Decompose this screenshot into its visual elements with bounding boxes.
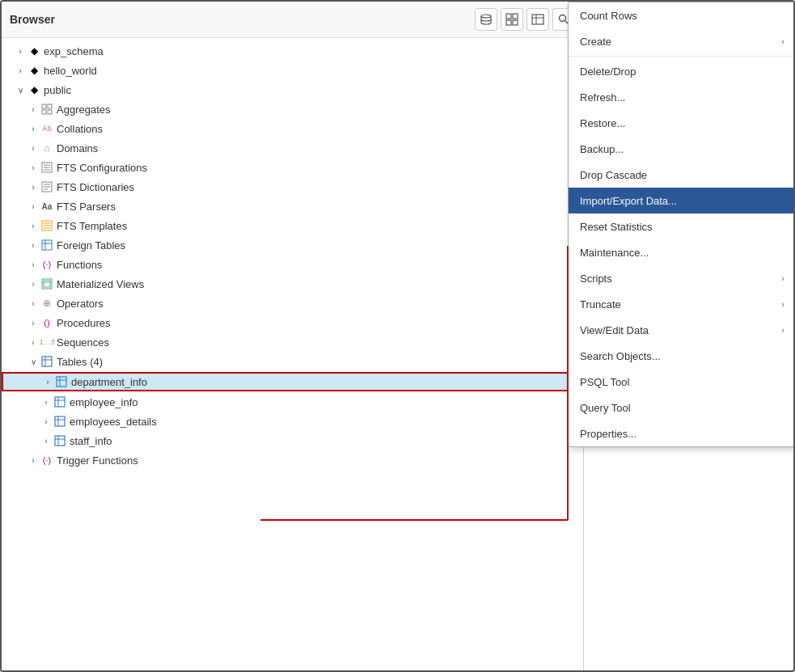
ctx-view-edit-data[interactable]: View/Edit Data › bbox=[569, 317, 795, 343]
svg-rect-41 bbox=[55, 416, 65, 426]
ctx-refresh[interactable]: Refresh... bbox=[569, 84, 795, 110]
chevron-hello-world: › bbox=[15, 65, 26, 76]
ctx-properties-label: Properties... bbox=[580, 428, 636, 440]
svg-rect-26 bbox=[42, 240, 52, 250]
ctx-query-tool[interactable]: Query Tool bbox=[569, 395, 795, 421]
svg-rect-44 bbox=[55, 436, 65, 446]
chevron-fts-parsers: › bbox=[27, 201, 39, 212]
label-functions: Functions bbox=[57, 259, 102, 271]
chevron-fts-configs: › bbox=[27, 162, 39, 173]
tree-container: › ◆ exp_schema › ◆ hello_world ∨ ◆ publi… bbox=[2, 38, 583, 672]
ctx-create[interactable]: Create › bbox=[569, 28, 795, 54]
browser-header: Browser bbox=[2, 2, 583, 38]
ctx-refresh-label: Refresh... bbox=[580, 91, 625, 104]
label-collations: Collations bbox=[57, 123, 103, 135]
label-procedures: Procedures bbox=[57, 317, 110, 329]
ctx-delete-drop-label: Delete/Drop bbox=[580, 66, 636, 78]
label-employees-details: employees_details bbox=[70, 416, 157, 428]
fts-parser-icon: Aa bbox=[40, 200, 53, 213]
ctx-create-arrow: › bbox=[781, 36, 784, 46]
ctx-scripts-label: Scripts bbox=[580, 273, 612, 285]
tree-item-functions[interactable]: › (·) Functions bbox=[2, 255, 583, 274]
ctx-reset-statistics[interactable]: Reset Statistics bbox=[569, 213, 795, 239]
chevron-mat-views: › bbox=[27, 278, 39, 290]
ctx-create-label: Create bbox=[580, 36, 611, 48]
ctx-drop-cascade-label: Drop Cascade bbox=[580, 169, 647, 181]
ctx-count-rows-label: Count Rows bbox=[580, 10, 637, 22]
tree-item-department-info[interactable]: › department_info bbox=[2, 372, 583, 391]
ctx-separator-1 bbox=[569, 56, 795, 57]
tree-item-employees-details[interactable]: › employees_details bbox=[2, 412, 583, 431]
tree-item-aggregates[interactable]: › Aggregates bbox=[2, 99, 583, 119]
tree-item-hello-world[interactable]: › ◆ hello_world bbox=[2, 61, 583, 80]
svg-rect-2 bbox=[513, 14, 518, 19]
browser-title: Browser bbox=[10, 13, 55, 26]
tree-item-public[interactable]: ∨ ◆ public bbox=[2, 80, 583, 99]
table-toolbar-btn[interactable] bbox=[526, 8, 549, 31]
database-toolbar-btn[interactable] bbox=[475, 8, 497, 31]
tree-item-sequences[interactable]: › 1…3 Sequences bbox=[2, 332, 583, 352]
table-icon-employee bbox=[53, 395, 66, 408]
tree-item-exp-schema[interactable]: › ◆ exp_schema bbox=[2, 41, 583, 61]
ctx-reset-statistics-label: Reset Statistics bbox=[580, 221, 653, 233]
ctx-scripts[interactable]: Scripts › bbox=[569, 265, 795, 291]
mat-view-icon bbox=[40, 277, 53, 290]
ctx-truncate[interactable]: Truncate › bbox=[569, 291, 795, 317]
ctx-maintenance-label: Maintenance... bbox=[580, 247, 649, 259]
svg-rect-12 bbox=[42, 110, 46, 114]
tree-item-trigger-functions[interactable]: › (·) Trigger Functions bbox=[2, 450, 583, 470]
tree-item-fts-templates[interactable]: › FTS Templates bbox=[2, 216, 583, 235]
ctx-query-tool-label: Query Tool bbox=[580, 402, 631, 414]
chevron-functions: › bbox=[27, 259, 39, 270]
schema-icon-hello: ◆ bbox=[27, 64, 40, 77]
ctx-backup[interactable]: Backup... bbox=[569, 136, 795, 162]
schema-icon-public: ◆ bbox=[27, 83, 40, 96]
chevron-aggregates: › bbox=[27, 104, 39, 115]
procedure-icon: () bbox=[40, 316, 53, 329]
ctx-delete-drop[interactable]: Delete/Drop bbox=[569, 58, 795, 84]
tree-item-materialized-views[interactable]: › Materialized Views bbox=[2, 274, 583, 294]
tree-item-fts-configs[interactable]: › FTS Configurations bbox=[2, 158, 583, 177]
tree-item-fts-parsers[interactable]: › Aa FTS Parsers bbox=[2, 197, 583, 216]
ctx-restore[interactable]: Restore... bbox=[569, 110, 795, 136]
browser-panel: Browser bbox=[2, 2, 584, 672]
tree-item-collations[interactable]: › Āb Collations bbox=[2, 119, 583, 138]
svg-rect-3 bbox=[506, 20, 511, 25]
table-icon bbox=[531, 13, 544, 26]
ctx-count-rows[interactable]: Count Rows bbox=[569, 2, 795, 28]
tree-item-employee-info[interactable]: › employee_info bbox=[2, 392, 583, 412]
ctx-drop-cascade[interactable]: Drop Cascade bbox=[569, 162, 795, 188]
ctx-maintenance[interactable]: Maintenance... bbox=[569, 239, 795, 265]
ctx-properties[interactable]: Properties... bbox=[569, 421, 795, 446]
svg-point-0 bbox=[481, 15, 491, 18]
ctx-import-export-label: Import/Export Data... bbox=[580, 195, 677, 207]
label-fts-parsers: FTS Parsers bbox=[57, 201, 116, 213]
tree-item-procedures[interactable]: › () Procedures bbox=[2, 313, 583, 332]
tree-item-tables[interactable]: ∨ Tables (4) bbox=[2, 352, 583, 371]
svg-rect-13 bbox=[48, 110, 52, 114]
ctx-import-export[interactable]: Import/Export Data... bbox=[569, 188, 795, 213]
database-icon bbox=[480, 13, 493, 26]
ctx-psql-tool[interactable]: PSQL Tool bbox=[569, 369, 795, 395]
tree-item-fts-dicts[interactable]: › FTS Dictionaries bbox=[2, 177, 583, 197]
grid-toolbar-btn[interactable] bbox=[501, 8, 523, 31]
chevron-foreign-tables: › bbox=[27, 239, 39, 251]
ctx-search-objects[interactable]: Search Objects... bbox=[569, 343, 795, 369]
label-operators: Operators bbox=[57, 298, 104, 310]
label-fts-dicts: FTS Dictionaries bbox=[57, 181, 134, 193]
label-foreign-tables: Foreign Tables bbox=[57, 239, 125, 251]
schema-icon-exp: ◆ bbox=[27, 44, 40, 57]
label-trigger-functions: Trigger Functions bbox=[57, 454, 138, 467]
browser-toolbar bbox=[475, 8, 575, 31]
label-public: public bbox=[44, 84, 71, 96]
tree-item-operators[interactable]: › ⊕ Operators bbox=[2, 294, 583, 313]
tree-item-staff-info[interactable]: › staff_info bbox=[2, 431, 583, 450]
tables-icon bbox=[40, 355, 53, 368]
tree-item-foreign-tables[interactable]: › Foreign Tables bbox=[2, 235, 583, 255]
tree-item-domains[interactable]: › ⌂ Domains bbox=[2, 138, 583, 158]
grid-icon bbox=[505, 13, 518, 26]
chevron-trigger-functions: › bbox=[27, 454, 39, 466]
fts-config-icon bbox=[40, 161, 53, 174]
trigger-icon: (·) bbox=[40, 454, 53, 467]
chevron-employees-details: › bbox=[40, 416, 52, 427]
